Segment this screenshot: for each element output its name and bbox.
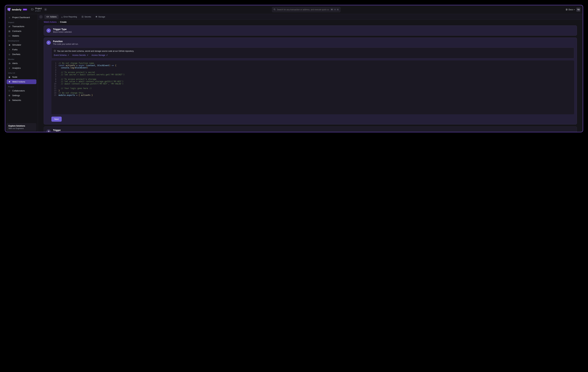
sidebar-item-collaborators[interactable]: ⚇Collaborators: [7, 88, 36, 93]
check-icon: ✓: [46, 41, 51, 45]
sidebar-item-forks[interactable]: ⑂Forks: [7, 47, 36, 52]
docs-link[interactable]: Docs ▾: [566, 9, 575, 11]
external-icon: ↗: [67, 54, 69, 56]
chart-icon: ⫾: [8, 67, 10, 69]
sidebar-section-inspect: Inspect: [7, 20, 36, 24]
sidebar-item-analytics[interactable]: ⫾Analytics: [7, 66, 36, 70]
project-selector[interactable]: Project project ▾: [31, 7, 47, 11]
external-icon: ↗: [87, 54, 88, 56]
bolt-icon: ✱: [8, 81, 10, 83]
sidebar-section-development: Development: [7, 38, 36, 43]
logo-icon: [8, 8, 11, 11]
svg-point-0: [274, 9, 275, 10]
tabbar: ‹ </>Actions △Error Reporting ⚿Secrets ⛃…: [38, 14, 583, 20]
link-access-storage[interactable]: Access Storage↗: [92, 54, 108, 56]
sidebar: ⌂ Project Dashboard Inspect ⇄Transaction…: [5, 14, 38, 132]
lock-icon: ⚿: [82, 16, 84, 18]
step-number: 3: [46, 129, 51, 132]
sidebar-item-simulator[interactable]: ◉Simulator: [7, 43, 36, 47]
app-frame: tenderly PRO Project project ▾ ⌘ +: [5, 5, 583, 132]
sidebar-item-transactions[interactable]: ⇄Transactions: [7, 24, 36, 29]
search-bar[interactable]: ⌘ + k: [272, 7, 340, 12]
code-icon: </>: [46, 16, 49, 18]
sidebar-item-dashboard[interactable]: ⌂ Project Dashboard: [7, 15, 36, 20]
search-input[interactable]: [277, 9, 329, 11]
info-box: ⓘ You can see the event schema, secret a…: [51, 47, 574, 58]
chevron-down-icon: ▾: [574, 9, 575, 11]
sidebar-item-networks[interactable]: ⊕Networks: [7, 98, 36, 103]
pro-badge: PRO: [23, 9, 27, 11]
next-button[interactable]: Next: [51, 117, 62, 122]
search-icon: [273, 8, 275, 11]
breadcrumb-root[interactable]: Web3 Actions: [44, 21, 57, 23]
sidebar-section-infra: Infra 3.0: [7, 70, 36, 75]
step-trigger-type[interactable]: ✓ Trigger Type Block Action selected.: [44, 25, 577, 36]
cube-icon: ▣: [8, 76, 10, 78]
swap-icon: ⇄: [8, 25, 10, 28]
info-icon: ⓘ: [54, 50, 56, 52]
tab-secrets[interactable]: ⚿Secrets: [80, 15, 93, 19]
globe-icon: ⊕: [8, 99, 10, 101]
collapse-sidebar-button[interactable]: ‹: [39, 15, 43, 19]
sidebar-item-wallets[interactable]: ▭Wallets: [7, 33, 36, 38]
database-icon: ⛃: [96, 16, 97, 18]
play-icon: ◉: [8, 44, 10, 46]
main: ‹ </>Actions △Error Reporting ⚿Secrets ⛃…: [38, 14, 583, 132]
breadcrumb-separator: ›: [58, 21, 59, 23]
code-editor[interactable]: 1// Do not change function name. 2const …: [51, 60, 574, 114]
sidebar-footer[interactable]: Explore Solutions With our Engineers: [7, 123, 36, 131]
sidebar-item-node[interactable]: ▣Node: [7, 75, 36, 79]
link-access-secrets[interactable]: Access Secrets↗: [72, 54, 88, 56]
tab-storage[interactable]: ⛃Storage: [94, 15, 107, 19]
step-function: ✓ Function The code your action will run…: [44, 38, 577, 124]
users-icon: ⚇: [8, 90, 10, 92]
project-names: Project project: [35, 7, 42, 11]
gear-icon: ⚙: [8, 94, 10, 97]
tab-error-reporting[interactable]: △Error Reporting: [59, 15, 79, 19]
breadcrumb-current: Create: [60, 21, 67, 23]
wallet-icon: ▭: [8, 35, 10, 37]
tab-actions[interactable]: </>Actions: [44, 15, 59, 19]
sidebar-section-project: Project: [7, 84, 36, 88]
check-icon: ✓: [46, 28, 51, 33]
sidebar-item-alerts[interactable]: ◔Alerts: [7, 61, 36, 66]
network-icon: ◇: [8, 53, 10, 55]
document-icon: ▤: [8, 30, 10, 32]
sidebar-item-web3-actions[interactable]: ✱Web3 Actions: [7, 79, 36, 84]
bell-icon: ◔: [8, 62, 10, 65]
external-icon: ↗: [106, 54, 108, 56]
link-event-schema[interactable]: Event Schema↗: [54, 54, 69, 56]
chevron-down-icon[interactable]: ▾: [44, 8, 47, 11]
step-trigger[interactable]: 3 Trigger Determines on which event or b…: [44, 126, 577, 132]
folder-icon: [31, 8, 34, 11]
kbd-hint: ⌘ + k: [330, 9, 339, 11]
warning-icon: △: [61, 16, 63, 18]
sidebar-item-devnets[interactable]: ◇DevNets: [7, 52, 36, 57]
sidebar-section-monitor: Monitor: [7, 57, 36, 61]
logo[interactable]: tenderly PRO: [8, 8, 27, 11]
home-icon: ⌂: [8, 16, 10, 19]
fork-icon: ⑂: [8, 48, 10, 51]
sidebar-item-settings[interactable]: ⚙Settings: [7, 93, 36, 98]
sidebar-item-contracts[interactable]: ▤Contracts: [7, 29, 36, 33]
avatar[interactable]: TD: [576, 8, 580, 12]
header: tenderly PRO Project project ▾ ⌘ +: [5, 5, 583, 14]
breadcrumb: Web3 Actions › Create: [44, 20, 577, 25]
logo-text: tenderly: [12, 8, 21, 11]
